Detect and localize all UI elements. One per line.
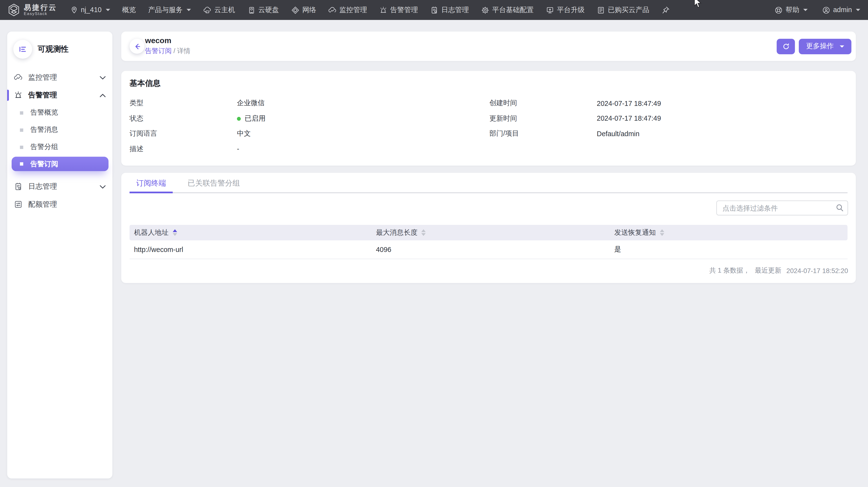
sort-control[interactable] xyxy=(660,229,664,236)
breadcrumb: 告警订阅 / 详情 xyxy=(145,47,190,56)
column-header-robot-address[interactable]: 机器人地址 xyxy=(130,228,372,238)
disk-icon xyxy=(247,6,255,14)
sidebar-gap xyxy=(7,173,113,178)
cloud-chart-icon xyxy=(329,6,337,14)
basic-info-title: 基本信息 xyxy=(130,79,848,89)
sidebar-item-alarm-message[interactable]: 告警消息 xyxy=(7,121,113,139)
upgrade-monitor-icon xyxy=(546,6,554,14)
breadcrumb-separator: / xyxy=(174,47,175,55)
column-header-max-length[interactable]: 最大消息长度 xyxy=(372,228,610,238)
refresh-button[interactable] xyxy=(777,38,795,54)
column-header-recovery-notice[interactable]: 发送恢复通知 xyxy=(610,228,847,238)
top-navbar: 易捷行云 EasyStack nj_410 概览 产品与服务 xyxy=(0,0,868,20)
page-actions: 更多操作 xyxy=(777,38,851,54)
record-count: 共 1 条数据， xyxy=(709,266,750,275)
refresh-icon xyxy=(782,42,790,50)
sidebar-item-log[interactable]: 日志管理 xyxy=(7,178,113,195)
sliders-icon xyxy=(14,200,23,209)
basic-info-card: 基本信息 类型 企业微信 状态 已启用 订阅语言 xyxy=(121,71,856,166)
pin-shortcut[interactable] xyxy=(662,6,670,14)
sidebar-item-alarm-overview[interactable]: 告警概览 xyxy=(7,104,113,121)
sidebar-item-quota[interactable]: 配额管理 xyxy=(7,195,113,213)
tab-linked-alarm-groups[interactable]: 已关联告警分组 xyxy=(181,173,247,193)
info-row-department: 部门/项目 Default/admin xyxy=(490,126,848,142)
chevron-down-icon xyxy=(99,75,105,80)
mouse-cursor xyxy=(693,0,702,9)
active-indicator xyxy=(7,90,9,101)
bullet-icon xyxy=(20,145,23,149)
page-title: wecom xyxy=(145,36,172,45)
alarm-siren-icon xyxy=(379,6,388,14)
chevron-down-icon xyxy=(840,45,844,47)
basic-info-grid: 类型 企业微信 状态 已启用 订阅语言 中文 xyxy=(130,96,848,156)
search-icon[interactable] xyxy=(835,203,844,212)
alarm-siren-icon xyxy=(14,91,23,100)
sidebar-item-alarm-subscription[interactable]: 告警订阅 xyxy=(11,157,108,171)
info-row-status: 状态 已启用 xyxy=(130,111,490,126)
nav-item-monitor[interactable]: 监控管理 xyxy=(329,5,367,15)
bullet-icon xyxy=(20,162,23,166)
sidebar-item-monitor[interactable]: 监控管理 xyxy=(7,68,113,86)
chevron-down-icon xyxy=(186,9,191,11)
brand-name-en: EasyStack xyxy=(24,12,57,16)
region-selector[interactable]: nj_410 xyxy=(70,6,110,14)
sidebar-title: 可观测性 xyxy=(37,44,68,54)
sort-control[interactable] xyxy=(422,229,426,236)
brand-name-cn: 易捷行云 xyxy=(24,4,57,12)
cell-robot-address: http://wecom-url xyxy=(130,246,372,253)
back-button[interactable] xyxy=(130,39,145,54)
sort-asc-icon xyxy=(173,229,177,232)
pushpin-icon xyxy=(662,6,670,14)
cloud-chart-icon xyxy=(14,73,23,82)
cell-max-length: 4096 xyxy=(372,246,610,253)
table-header: 机器人地址 最大消息长度 发送恢复通知 xyxy=(130,225,848,240)
nav-item-log[interactable]: 日志管理 xyxy=(430,5,469,15)
app-viewport: 易捷行云 EasyStack nj_410 概览 产品与服务 xyxy=(0,0,868,487)
nav-item-network[interactable]: 网络 xyxy=(291,5,316,15)
bullet-icon xyxy=(20,111,23,114)
sidebar: 可观测性 监控管理 告警管理 xyxy=(7,31,113,479)
nav-item-products[interactable]: 产品与服务 xyxy=(148,5,191,15)
nav-item-platform-config[interactable]: 平台基础配置 xyxy=(481,5,533,15)
nav-item-alarm[interactable]: 告警管理 xyxy=(379,5,418,15)
sort-asc-icon xyxy=(422,229,426,232)
nav-item-platform-upgrade[interactable]: 平台升级 xyxy=(546,5,585,15)
product-list-icon xyxy=(597,6,605,14)
filter-row xyxy=(121,193,856,225)
nav-item-cloud-disk[interactable]: 云硬盘 xyxy=(247,5,279,15)
last-updated-time: 2024-07-17 18:52:20 xyxy=(786,267,848,275)
detail-card: 订阅终端 已关联告警分组 机器人地址 xyxy=(121,173,856,283)
sort-control[interactable] xyxy=(173,229,177,236)
breadcrumb-current: 详情 xyxy=(177,47,190,55)
chevron-down-icon xyxy=(856,9,860,11)
brand-logo[interactable]: 易捷行云 EasyStack xyxy=(8,3,57,17)
location-icon xyxy=(70,6,78,14)
nav-item-cloud-host[interactable]: 云主机 xyxy=(203,5,235,15)
log-clipboard-icon xyxy=(430,6,438,14)
help-lifering-icon xyxy=(775,6,783,14)
cell-recovery-notice: 是 xyxy=(610,245,847,254)
user-menu[interactable]: admin xyxy=(822,6,860,14)
table-footer: 共 1 条数据， 最近更新 2024-07-17 18:52:20 xyxy=(121,259,856,276)
nav-item-overview[interactable]: 概览 xyxy=(122,5,136,15)
tab-subscription-terminal[interactable]: 订阅终端 xyxy=(130,173,173,193)
chevron-down-icon xyxy=(99,185,105,188)
breadcrumb-parent-link[interactable]: 告警订阅 xyxy=(145,47,172,55)
user-avatar-icon xyxy=(822,6,830,14)
help-menu[interactable]: 帮助 xyxy=(775,5,808,15)
easystack-logo-icon xyxy=(8,3,20,17)
filter-input[interactable] xyxy=(716,201,848,215)
info-row-type: 类型 企业微信 xyxy=(130,96,490,111)
more-actions-button[interactable]: 更多操作 xyxy=(799,38,851,54)
sidebar-item-alarm-group[interactable]: 告警分组 xyxy=(7,138,113,156)
observability-badge[interactable] xyxy=(13,40,32,59)
basic-info-left-column: 类型 企业微信 状态 已启用 订阅语言 中文 xyxy=(130,96,490,156)
sidebar-item-alarm[interactable]: 告警管理 xyxy=(7,87,113,104)
sidebar-header: 可观测性 xyxy=(7,39,113,59)
sort-asc-icon xyxy=(660,229,664,232)
nav-item-purchased[interactable]: 已购买云产品 xyxy=(597,5,649,15)
basic-info-right-column: 创建时间 2024-07-17 18:47:49 更新时间 2024-07-17… xyxy=(490,96,848,156)
chevron-up-icon xyxy=(99,93,105,97)
region-label: nj_410 xyxy=(81,6,102,14)
log-clipboard-icon xyxy=(14,182,23,191)
